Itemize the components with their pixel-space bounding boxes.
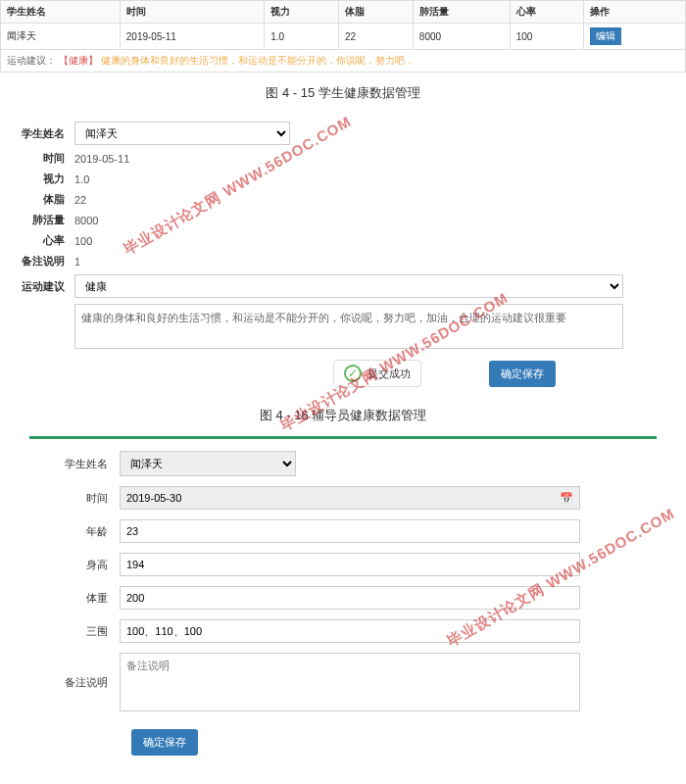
label-vision: 视力 [20, 172, 74, 186]
value-time: 2019-05-11 [74, 153, 129, 165]
health-table: 学生姓名 时间 视力 体脂 肺活量 心率 操作 闻泽天 2019-05-11 1… [0, 0, 686, 73]
label2-bwh: 三围 [65, 624, 120, 639]
exercise-select[interactable]: 健康 [74, 274, 623, 298]
label-fat: 体脂 [20, 192, 74, 207]
label2-weight: 体重 [65, 591, 120, 606]
health-tag: 【健康】 [59, 55, 98, 66]
save-button-2[interactable]: 确定保存 [131, 729, 198, 756]
th-time: 时间 [120, 1, 264, 24]
value-remark: 1 [74, 256, 80, 268]
age-input[interactable] [120, 519, 580, 543]
figure-caption-1: 图 4 - 15 学生健康数据管理 [0, 84, 686, 102]
value-heart: 100 [74, 235, 92, 247]
label-lung: 肺活量 [20, 213, 74, 227]
student-select[interactable]: 闻泽天 [74, 122, 290, 145]
counselor-form: 学生姓名 闻泽天 时间2019-05-11 视力1.0 体脂22 肺活量8000… [0, 114, 686, 395]
calendar-icon[interactable]: 📅 [554, 492, 579, 505]
figure-caption-2: 图 4 - 16 辅导员健康数据管理 [0, 407, 686, 424]
cell-lung: 8000 [413, 24, 510, 50]
height-input[interactable] [120, 553, 580, 576]
date-input[interactable] [121, 487, 554, 509]
th-lung: 肺活量 [413, 1, 510, 24]
label2-name: 学生姓名 [65, 457, 120, 471]
label2-age: 年龄 [65, 524, 120, 539]
value-vision: 1.0 [74, 173, 89, 185]
suggestion-prefix: 运动建议： [7, 55, 56, 66]
cell-time: 2019-05-11 [120, 24, 264, 50]
success-text: 提交成功 [368, 367, 411, 381]
th-fat: 体脂 [339, 1, 414, 24]
cell-fat: 22 [339, 24, 414, 50]
cell-heart: 100 [510, 24, 584, 50]
check-icon: ✓ [344, 365, 362, 382]
save-button[interactable]: 确定保存 [489, 361, 556, 387]
edit-button[interactable]: 编辑 [590, 27, 621, 45]
th-heart: 心率 [510, 1, 584, 24]
th-name: 学生姓名 [1, 1, 121, 24]
remark-textarea[interactable] [120, 653, 580, 711]
success-toast: ✓ 提交成功 [333, 360, 421, 387]
suggestion-text: 健康的身体和良好的生活习惯，和运动是不能分开的，你说呢，努力吧， [101, 55, 415, 66]
bwh-input[interactable] [120, 619, 580, 643]
th-action: 操作 [584, 1, 686, 24]
label-heart: 心率 [20, 233, 74, 248]
table-row: 闻泽天 2019-05-11 1.0 22 8000 100 编辑 [1, 24, 686, 50]
cell-name: 闻泽天 [1, 24, 121, 50]
weight-input[interactable] [120, 586, 580, 610]
value-fat: 22 [74, 194, 86, 206]
body-data-form-wrap: 学生姓名 闻泽天 时间 📅 年龄 身高 体重 三围 备注说明 确定保存 [29, 436, 657, 775]
label-time: 时间 [20, 151, 74, 166]
exercise-textarea[interactable]: 健康的身体和良好的生活习惯，和运动是不能分开的，你说呢，努力吧，加油，合理的运动… [74, 304, 623, 349]
label2-height: 身高 [65, 558, 120, 572]
label2-time: 时间 [65, 491, 120, 506]
label2-remark: 备注说明 [65, 675, 120, 690]
cell-vision: 1.0 [265, 24, 339, 50]
label-remark: 备注说明 [20, 254, 74, 269]
label-name: 学生姓名 [20, 126, 74, 141]
th-vision: 视力 [265, 1, 339, 24]
label-exercise: 运动建议 [20, 279, 74, 294]
student-select-2[interactable]: 闻泽天 [120, 451, 296, 476]
value-lung: 8000 [74, 215, 98, 226]
suggestion-row: 运动建议： 【健康】 健康的身体和良好的生活习惯，和运动是不能分开的，你说呢，努… [1, 50, 686, 73]
